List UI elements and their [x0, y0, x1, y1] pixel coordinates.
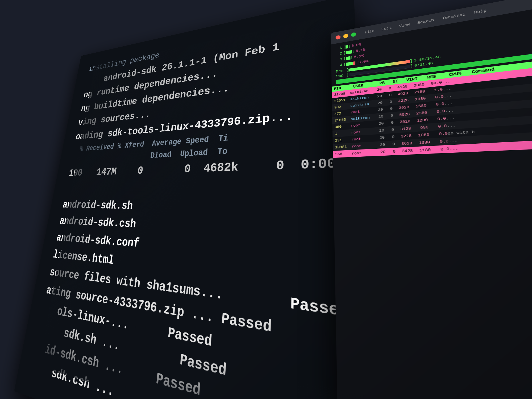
main-terminal: installing package android-sdk 26.1.1-1 … [14, 0, 375, 399]
terminal-output: installing package android-sdk 26.1.1-1 … [30, 11, 342, 399]
ni-header: NI [393, 78, 403, 84]
scene: installing package android-sdk 26.1.1-1 … [39, 0, 532, 399]
pr-header: PR [379, 80, 389, 86]
help-menu[interactable]: Help [474, 9, 487, 15]
search-menu[interactable]: Search [417, 18, 434, 25]
terminal-menu[interactable]: Terminal [442, 12, 466, 20]
maximize-button[interactable] [351, 32, 356, 37]
edit-menu[interactable]: Edit [381, 26, 392, 31]
view-menu[interactable]: View [399, 23, 410, 28]
close-button[interactable] [336, 35, 341, 40]
right-panel: File Edit View Search Terminal Help 1 [ [331, 0, 532, 399]
file-menu[interactable]: File [365, 29, 375, 34]
minimize-button[interactable] [343, 34, 348, 38]
window-buttons [336, 32, 356, 40]
